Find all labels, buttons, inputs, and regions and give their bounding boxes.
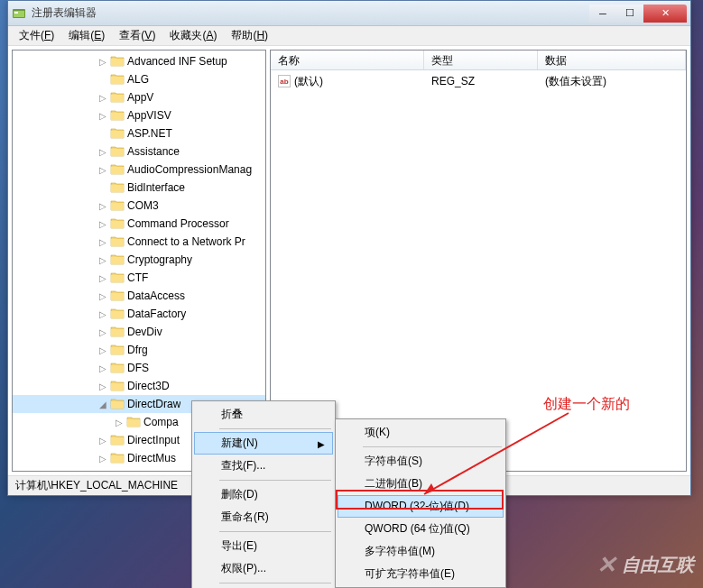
tree-item[interactable]: ▷COM3 (13, 197, 265, 215)
col-type[interactable]: 类型 (424, 51, 538, 69)
tree-label: COM3 (127, 199, 159, 212)
list-row[interactable]: (默认) REG_SZ (数值未设置) (271, 72, 686, 90)
tree-item[interactable]: ▷DataAccess (13, 287, 265, 305)
folder-icon (110, 397, 125, 411)
tree-expander-icon[interactable]: ▷ (96, 54, 110, 69)
tree-item[interactable]: ALG (13, 70, 265, 88)
tree-label: Connect to a Network Pr (127, 235, 245, 248)
cm-delete[interactable]: 删除(D) (194, 483, 333, 506)
menu-help[interactable]: 帮助(H) (224, 26, 275, 45)
tree-expander-icon[interactable]: ▷ (96, 90, 110, 105)
cm-new-multi[interactable]: 多字符串值(M) (338, 540, 504, 563)
tree-label: BidInterface (127, 181, 185, 194)
tree-expander-icon[interactable]: ▷ (96, 379, 110, 393)
folder-icon (110, 361, 125, 375)
tree-label: DataAccess (127, 289, 185, 302)
cm-rename[interactable]: 重命名(R) (194, 506, 333, 528)
tree-item[interactable]: ASP.NET (13, 124, 265, 142)
tree-expander-icon[interactable]: ▷ (96, 343, 110, 357)
separator (219, 531, 331, 532)
maximize-button[interactable]: ☐ (616, 5, 643, 23)
tree-expander-icon[interactable]: ▷ (96, 108, 110, 123)
context-menu: 折叠 新建(N) ▶ 查找(F)... 删除(D) 重命名(R) 导出(E) 权… (191, 400, 336, 588)
tree-expander-icon[interactable]: ▷ (96, 325, 110, 339)
tree-item[interactable]: ▷Connect to a Network Pr (13, 233, 265, 251)
tree-expander-icon[interactable]: ▷ (96, 271, 110, 285)
tree-expander-icon[interactable] (96, 72, 110, 87)
cm-find[interactable]: 查找(F)... (194, 455, 333, 477)
separator (219, 428, 331, 429)
tree-item[interactable]: BidInterface (13, 179, 265, 197)
tree-expander-icon[interactable]: ▷ (96, 289, 110, 303)
tree-expander-icon[interactable]: ▷ (112, 415, 126, 429)
menubar: 文件(F) 编辑(E) 查看(V) 收藏夹(A) 帮助(H) (8, 26, 690, 46)
menu-file[interactable]: 文件(F) (12, 26, 61, 45)
menu-edit[interactable]: 编辑(E) (61, 26, 112, 45)
tree-expander-icon[interactable]: ▷ (96, 307, 110, 321)
separator (363, 446, 502, 447)
tree-label: DFS (127, 362, 149, 374)
tree-label: DataFactory (127, 308, 186, 320)
col-data[interactable]: 数据 (538, 51, 686, 69)
col-name[interactable]: 名称 (271, 51, 424, 69)
cm-new[interactable]: 新建(N) ▶ (194, 432, 333, 455)
tree-item[interactable]: ▷Direct3D (13, 377, 265, 395)
tree-item[interactable]: ▷AudioCompressionManag (13, 161, 265, 179)
tree-item[interactable]: ▷Command Processor (13, 215, 265, 233)
tree-expander-icon[interactable] (96, 180, 110, 195)
tree-item[interactable]: ▷AppV (13, 88, 265, 106)
tree-item[interactable]: ▷DFS (13, 359, 265, 377)
tree-expander-icon[interactable]: ▷ (96, 253, 110, 267)
string-value-icon (278, 75, 291, 87)
cm-export[interactable]: 导出(E) (194, 535, 333, 557)
tree-item[interactable]: ▷DataFactory (13, 305, 265, 323)
close-button[interactable]: ✕ (643, 5, 687, 23)
titlebar[interactable]: 注册表编辑器 ─ ☐ ✕ (8, 1, 690, 26)
watermark: ✕ 自由互联 (597, 551, 694, 579)
tree-item[interactable]: ▷Dfrg (13, 341, 265, 359)
tree-label: DirectDraw (127, 398, 180, 410)
tree-item[interactable]: ▷AppVISV (13, 106, 265, 124)
separator (219, 583, 331, 583)
menu-view[interactable]: 查看(V) (112, 26, 162, 45)
tree-expander-icon[interactable]: ▷ (96, 216, 110, 231)
tree-expander-icon[interactable]: ▷ (96, 162, 110, 177)
cm-collapse[interactable]: 折叠 (194, 403, 333, 426)
window-title: 注册表编辑器 (32, 5, 589, 21)
app-icon (12, 6, 26, 21)
tree-label: Command Processor (127, 217, 229, 230)
tree-expander-icon[interactable]: ▷ (96, 234, 110, 249)
value-name: (默认) (294, 74, 323, 89)
folder-icon (110, 144, 125, 159)
menu-favorites[interactable]: 收藏夹(A) (162, 26, 224, 45)
tree-expander-icon[interactable]: ▷ (96, 198, 110, 213)
folder-icon (110, 216, 125, 231)
cm-new-string[interactable]: 字符串值(S) (338, 450, 504, 473)
tree-item[interactable]: ▷CTF (13, 269, 265, 287)
tree-item[interactable]: ▷Advanced INF Setup (13, 52, 265, 70)
folder-icon (110, 54, 125, 69)
tree-expander-icon[interactable]: ▷ (96, 361, 110, 375)
tree-expander-icon[interactable]: ▷ (96, 144, 110, 159)
tree-expander-icon[interactable]: ▷ (96, 433, 110, 447)
tree-label: AppVISV (127, 109, 171, 122)
cm-new-expand[interactable]: 可扩充字符串值(E) (338, 563, 504, 585)
cm-new-dword[interactable]: DWORD (32-位)值(D) (338, 495, 504, 518)
folder-icon (110, 72, 125, 87)
cm-new-binary[interactable]: 二进制值(B) (338, 473, 504, 495)
tree-item[interactable]: ▷Cryptography (13, 251, 265, 269)
folder-icon (110, 162, 125, 177)
minimize-button[interactable]: ─ (589, 5, 616, 23)
watermark-icon: ✕ (597, 551, 616, 579)
status-path: 计算机\HKEY_LOCAL_MACHINE (15, 478, 178, 493)
folder-icon (110, 126, 125, 141)
cm-new-key[interactable]: 项(K) (338, 421, 504, 444)
cm-new-qword[interactable]: QWORD (64 位)值(Q) (338, 518, 504, 540)
tree-item[interactable]: ▷DevDiv (13, 323, 265, 341)
tree-expander-icon[interactable] (96, 126, 110, 141)
tree-label: Dfrg (127, 344, 148, 356)
tree-expander-icon[interactable]: ▷ (96, 451, 110, 465)
tree-item[interactable]: ▷Assistance (13, 142, 265, 161)
cm-permissions[interactable]: 权限(P)... (194, 557, 333, 580)
tree-expander-icon[interactable]: ◢ (96, 397, 110, 411)
